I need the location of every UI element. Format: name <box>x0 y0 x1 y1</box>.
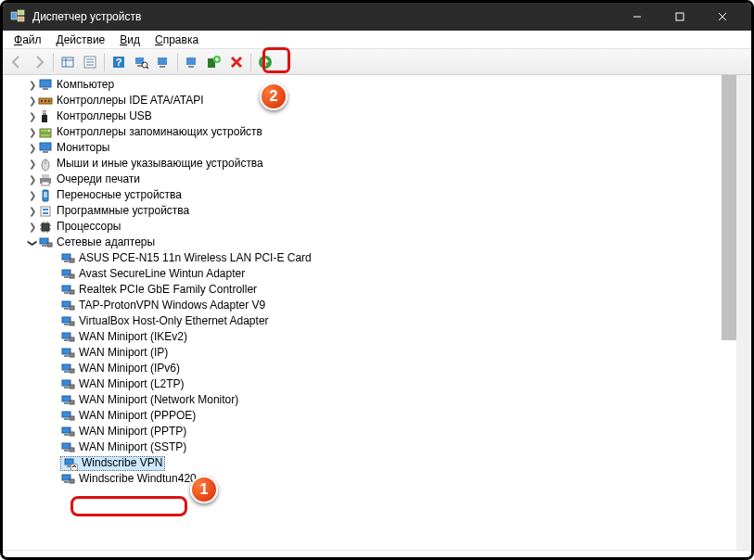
chevron-right-icon[interactable]: ❯ <box>27 93 38 108</box>
tree-item[interactable]: Avast SecureLine Wintun Adapter <box>10 266 729 282</box>
net-icon <box>60 425 75 439</box>
svg-rect-20 <box>158 57 167 65</box>
tree-item-label: WAN Miniport (L2TP) <box>79 376 185 392</box>
scrollbar-thumb[interactable] <box>722 75 736 340</box>
svg-rect-30 <box>43 88 48 90</box>
svg-rect-29 <box>40 80 51 87</box>
tree-label: Компьютер <box>57 77 114 93</box>
tree-category[interactable]: ❯ Компьютер <box>10 77 729 93</box>
svg-rect-4 <box>676 13 684 20</box>
tree-item-label: Avast SecureLine Wintun Adapter <box>79 266 245 282</box>
show-all-button[interactable] <box>58 52 78 72</box>
tree-category[interactable]: ❯ Программные устройства <box>10 203 729 219</box>
add-hardware-button[interactable] <box>204 52 224 72</box>
svg-rect-105 <box>65 459 73 465</box>
scan-button[interactable] <box>131 52 151 72</box>
svg-text:?: ? <box>116 57 122 68</box>
toolbar: ? <box>3 49 751 75</box>
menu-view[interactable]: Вид <box>112 32 147 48</box>
svg-line-19 <box>147 67 148 69</box>
tree-item[interactable]: Windscribe Windtun420 <box>10 471 729 487</box>
monitor-icon <box>38 141 53 156</box>
svg-rect-94 <box>64 402 69 404</box>
tree-item[interactable]: WAN Miniport (PPPOE) <box>10 408 729 424</box>
uninstall-button[interactable] <box>182 52 202 72</box>
svg-rect-68 <box>70 259 74 262</box>
chevron-right-icon[interactable]: ❯ <box>27 77 38 93</box>
svg-rect-22 <box>186 57 196 65</box>
menu-file[interactable]: Файл <box>6 32 49 48</box>
svg-rect-40 <box>40 134 51 137</box>
tree-item[interactable]: WAN Miniport (SSTP) <box>10 439 729 455</box>
tree-item[interactable]: WAN Miniport (IPv6) <box>10 361 729 376</box>
tree-item[interactable]: Realtek PCIe GbE Family Controller <box>10 282 729 298</box>
tree-item[interactable]: WAN Miniport (IKEv2) <box>10 329 729 345</box>
tree-label: Мыши и иные указывающие устройства <box>57 156 263 172</box>
tree-category[interactable]: ❯ Переносные устройства <box>10 187 729 203</box>
properties-button[interactable] <box>80 52 100 72</box>
tree-item[interactable]: WAN Miniport (IP) <box>10 345 729 361</box>
tree-item-label: WAN Miniport (IKEv2) <box>79 329 187 345</box>
help-button[interactable]: ? <box>109 52 129 72</box>
svg-point-41 <box>48 130 50 132</box>
tree-label: Процессоры <box>57 219 121 235</box>
forward-button[interactable] <box>29 52 49 72</box>
tree-category[interactable]: ❯ Процессоры <box>10 219 729 235</box>
maximize-button[interactable] <box>658 3 701 31</box>
tree-item[interactable]: ASUS PCE-N15 11n Wireless LAN PCI-E Card <box>10 250 729 266</box>
mouse-icon <box>38 157 53 172</box>
tree-category[interactable]: ❯ Контроллеры запоминающих устройств <box>10 124 729 140</box>
svg-rect-43 <box>43 151 48 153</box>
net-icon <box>60 362 75 376</box>
tree-item[interactable]: WAN Miniport (Network Monitor) <box>10 392 729 408</box>
menu-action[interactable]: Действие <box>49 32 113 48</box>
tree-category[interactable]: ❯ Очереди печати <box>10 172 729 187</box>
svg-rect-37 <box>44 111 45 113</box>
tree-item[interactable]: TAP-ProtonVPN Windows Adapter V9 <box>10 298 729 313</box>
svg-rect-0 <box>11 12 17 19</box>
tree-category[interactable]: ❯ Контроллеры USB <box>10 108 729 124</box>
tree-category[interactable]: ❯ Мониторы <box>10 140 729 156</box>
svg-rect-71 <box>70 274 74 278</box>
svg-rect-7 <box>62 57 73 67</box>
svg-rect-70 <box>64 276 69 278</box>
chevron-right-icon[interactable]: ❯ <box>27 187 38 203</box>
svg-rect-76 <box>64 308 69 310</box>
update-driver-button[interactable] <box>153 52 173 72</box>
tree-item[interactable]: VirtualBox Host-Only Ethernet Adapter <box>10 313 729 329</box>
minimize-button[interactable] <box>616 3 658 31</box>
tree-item[interactable]: WAN Miniport (L2TP) <box>10 376 729 392</box>
svg-rect-47 <box>42 174 49 178</box>
svg-rect-82 <box>64 339 69 341</box>
chevron-down-icon[interactable]: ❯ <box>25 237 41 248</box>
chevron-right-icon[interactable]: ❯ <box>27 156 38 172</box>
tree-category-expanded[interactable]: ❯ Сетевые адаптеры <box>10 235 729 250</box>
close-button[interactable] <box>701 3 744 31</box>
net-icon <box>60 472 75 487</box>
tree-item-label: TAP-ProtonVPN Windows Adapter V9 <box>79 298 265 313</box>
tree-item-label: WAN Miniport (Network Monitor) <box>79 392 238 408</box>
svg-rect-109 <box>64 481 69 483</box>
device-tree[interactable]: ❯ Компьютер ❯ Контроллеры IDE ATA/ATAPI … <box>3 75 751 557</box>
tree-item-label: WAN Miniport (PPPOE) <box>79 408 196 424</box>
chevron-right-icon[interactable]: ❯ <box>27 140 38 156</box>
tree-category[interactable]: ❯ Контроллеры IDE ATA/ATAPI <box>10 93 729 108</box>
svg-rect-34 <box>48 100 50 102</box>
tree-category[interactable]: ❯ Мыши и иные указывающие устройства <box>10 156 729 172</box>
disable-button[interactable] <box>226 52 247 72</box>
tree-label: Мониторы <box>57 140 109 156</box>
tree-item[interactable]: WAN Miniport (PPTP) <box>10 424 729 439</box>
svg-rect-86 <box>70 353 74 357</box>
chevron-right-icon[interactable]: ❯ <box>27 219 38 235</box>
net-icon <box>60 314 75 329</box>
chevron-right-icon[interactable]: ❯ <box>27 172 38 187</box>
chevron-right-icon[interactable]: ❯ <box>27 108 38 124</box>
badge-2: 2 <box>260 83 288 110</box>
chevron-right-icon[interactable]: ❯ <box>27 203 38 219</box>
svg-rect-95 <box>70 401 74 404</box>
tree-item-selected[interactable]: Windscribe VPN <box>10 455 729 471</box>
window-title: Диспетчер устройств <box>32 10 616 23</box>
chevron-right-icon[interactable]: ❯ <box>27 124 38 140</box>
menu-help[interactable]: Справка <box>147 32 206 48</box>
back-button[interactable] <box>6 52 27 72</box>
